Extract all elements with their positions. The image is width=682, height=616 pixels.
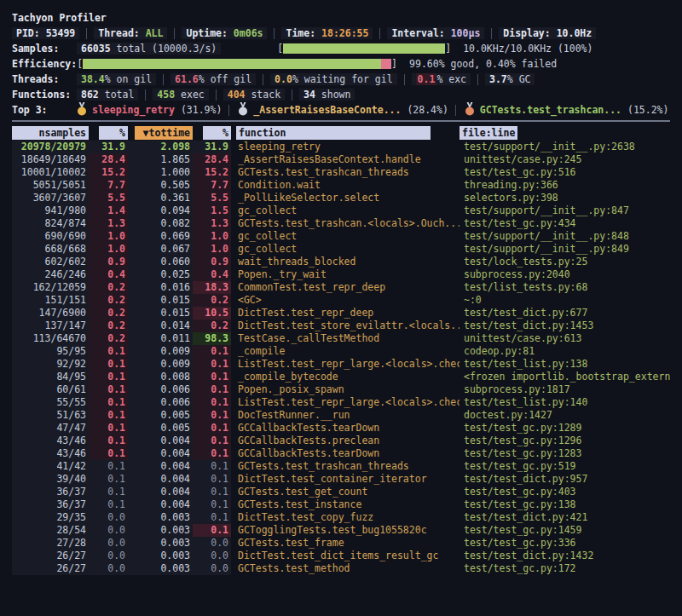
table-row[interactable]: 60/610.10.0060.1Popen._posix_spawnsubpro… — [12, 383, 670, 396]
pct-cumulative: 0.0 — [193, 537, 231, 550]
function-name: _PollLikeSelector.select — [231, 192, 459, 204]
table-row[interactable]: 55/550.10.0060.1ListTest.test_repr_large… — [12, 396, 670, 409]
pct-direct: 5.5 — [89, 192, 128, 204]
file-line: test/lock_tests.py:25 — [459, 256, 670, 268]
pct-direct: 0.1 — [89, 383, 128, 396]
table-row[interactable]: 84/950.10.0080.1_compile_bytecode<frozen… — [12, 371, 670, 383]
tottime: 0.361 — [128, 192, 193, 204]
pct-direct: 0.1 — [89, 435, 128, 447]
table-row[interactable]: 147/69000.20.01510.5DictTest.test_repr_d… — [12, 307, 670, 320]
threads-line: Threads: 38.4% on gil 61.6% off gil 0.0%… — [12, 72, 670, 87]
column-header-function[interactable]: function — [236, 126, 431, 140]
column-header-pct-direct[interactable]: % — [99, 126, 128, 140]
file-line: test/support/__init__.py:2638 — [459, 141, 670, 153]
file-line: test/test_gc.py:519 — [459, 460, 670, 473]
pct-direct: 0.0 — [89, 562, 128, 575]
pct-cumulative: 0.1 — [193, 498, 231, 511]
table-body: 20978/2097931.92.09831.9sleeping_retryte… — [12, 141, 670, 575]
table-row[interactable]: 690/6901.00.0691.0gc_collecttest/support… — [12, 230, 670, 243]
top3-item-2[interactable]: _AssertRaisesBaseConte... — [253, 104, 401, 116]
column-header-file-line[interactable]: file:line — [459, 126, 517, 140]
nsamples: 113/64670 — [12, 332, 89, 345]
nsamples: 18649/18649 — [12, 153, 89, 166]
nsamples: 10001/10002 — [12, 166, 89, 179]
table-row[interactable]: 36/370.10.0040.1GCTests.test_get_countte… — [12, 486, 670, 498]
table-row[interactable]: 95/950.10.0090.1_compilecodeop.py:81 — [12, 345, 670, 358]
table-row[interactable]: 26/270.00.0030.0DictTest.test_dict_items… — [12, 550, 670, 562]
pct-direct: 0.1 — [89, 358, 128, 371]
tottime: 0.009 — [128, 358, 193, 371]
table-row[interactable]: 29/350.00.0030.1DictTest.test_copy_fuzzt… — [12, 511, 670, 524]
table-row[interactable]: 28/540.00.0030.1GCTogglingTests.test_bug… — [12, 524, 670, 537]
table-row[interactable]: 39/400.10.0040.1DictTest.test_container_… — [12, 473, 670, 486]
table-row[interactable]: 668/6681.00.0671.0gc_collecttest/support… — [12, 243, 670, 256]
table-row[interactable]: 26/270.00.0030.0GCTests.test_methodtest/… — [12, 562, 670, 575]
table-row[interactable]: 137/1470.20.0140.2DictTest.test_store_ev… — [12, 320, 670, 332]
pct-cumulative: 0.4 — [193, 268, 231, 281]
silver-medal-icon — [238, 102, 248, 118]
table-row[interactable]: 51/630.10.0050.1DocTestRunner.__rundocte… — [12, 409, 670, 422]
table-row[interactable]: 92/920.10.0090.1ListTest.test_repr_large… — [12, 358, 670, 371]
nsamples: 26/27 — [12, 562, 89, 575]
tottime: 0.009 — [128, 345, 193, 358]
file-line: test/test_list.py:140 — [459, 396, 670, 409]
nsamples: 3607/3607 — [12, 192, 89, 204]
efficiency-line: Efficiency: 99.60% good, 0.40% failed — [12, 56, 670, 72]
top3-line: Top 3: sleeping_retry (31.9%) _AssertRai… — [12, 102, 670, 118]
column-header-nsamples[interactable]: nsamples — [12, 126, 89, 140]
threads-off-gil: 61.6% off gil — [170, 73, 256, 85]
pct-cumulative: 1.5 — [193, 204, 231, 217]
function-name: TestCase._callTestMethod — [231, 332, 459, 345]
nsamples: 84/95 — [12, 371, 89, 383]
divider — [216, 89, 217, 101]
table-row[interactable]: 246/2460.40.0250.4Popen._try_waitsubproc… — [12, 268, 670, 281]
nsamples: 95/95 — [12, 345, 89, 358]
table-row[interactable]: 3607/36075.50.3615.5_PollLikeSelector.se… — [12, 192, 670, 204]
thread-field[interactable]: Thread: ALL — [94, 27, 167, 39]
pct-direct: 0.1 — [89, 460, 128, 473]
tottime: 0.004 — [128, 447, 193, 460]
table-row[interactable]: 43/460.10.0040.1GCCallbackTests.preclean… — [12, 435, 670, 447]
function-name: GCCallbackTests.tearDown — [231, 447, 459, 460]
table-row[interactable]: 5051/50517.70.5057.7Condition.waitthread… — [12, 179, 670, 192]
file-line: test/test_gc.py:403 — [459, 486, 670, 498]
nsamples: 47/47 — [12, 422, 89, 435]
table-row[interactable]: 10001/1000215.21.00015.2GCTests.test_tra… — [12, 166, 670, 179]
tottime: 0.016 — [128, 281, 193, 294]
file-line: ~:0 — [459, 294, 670, 307]
threads-on-gil: 38.4% on gil — [77, 73, 156, 85]
top3-item-3[interactable]: GCTests.test_trashcan... — [480, 104, 621, 116]
table-row[interactable]: 162/120590.20.01618.3CommonTest.test_rep… — [12, 281, 670, 294]
divider — [163, 74, 164, 85]
nsamples: 41/42 — [12, 460, 89, 473]
column-header-tottime-sorted[interactable]: ▼tottime — [135, 126, 193, 140]
top3-item-1[interactable]: sleeping_retry — [92, 104, 175, 116]
pct-cumulative: 5.5 — [193, 192, 231, 204]
table-row[interactable]: 47/470.10.0050.1GCCallbackTests.tearDown… — [12, 422, 670, 435]
table-row[interactable]: 824/8741.30.0821.3GCTests.test_trashcan.… — [12, 217, 670, 230]
table-row[interactable]: 602/6020.90.0600.9wait_threads_blockedte… — [12, 256, 670, 268]
table-row[interactable]: 36/370.10.0040.1GCTests.test_instancetes… — [12, 498, 670, 511]
table-row[interactable]: 151/1510.20.0150.2<GC>~:0 — [12, 294, 670, 307]
table-row[interactable]: 43/460.10.0040.1GCCallbackTests.tearDown… — [12, 447, 670, 460]
nsamples: 43/46 — [12, 435, 89, 447]
time-value: 18:26:55 — [321, 27, 368, 39]
table-row[interactable]: 113/646700.20.01198.3TestCase._callTestM… — [12, 332, 670, 345]
divider — [292, 89, 292, 101]
top3-item-2-pct: (28.4%) — [407, 104, 448, 116]
column-header-pct-cumulative[interactable]: % — [203, 126, 231, 140]
function-name: GCTests.test_frame — [231, 537, 459, 550]
pid-field: PID: 53499 — [12, 27, 79, 39]
pct-cumulative: 98.3 — [193, 332, 231, 345]
table-row[interactable]: 27/280.00.0030.0GCTests.test_frametest/t… — [12, 537, 670, 550]
pct-cumulative: 0.1 — [193, 371, 231, 383]
pct-cumulative: 15.2 — [193, 166, 231, 179]
table-row[interactable]: 941/9801.40.0941.5gc_collecttest/support… — [12, 204, 670, 217]
function-name: ListTest.test_repr_large.<locals>.check — [231, 396, 459, 409]
table-row[interactable]: 18649/1864928.41.86528.4_AssertRaisesBas… — [12, 153, 670, 166]
functions-total: 862 total — [77, 89, 138, 101]
pct-cumulative: 31.9 — [193, 141, 231, 153]
table-row[interactable]: 20978/2097931.92.09831.9sleeping_retryte… — [12, 141, 670, 153]
table-row[interactable]: 41/420.10.0040.1GCTests.test_trashcan_th… — [12, 460, 670, 473]
pct-direct: 0.2 — [89, 332, 128, 345]
